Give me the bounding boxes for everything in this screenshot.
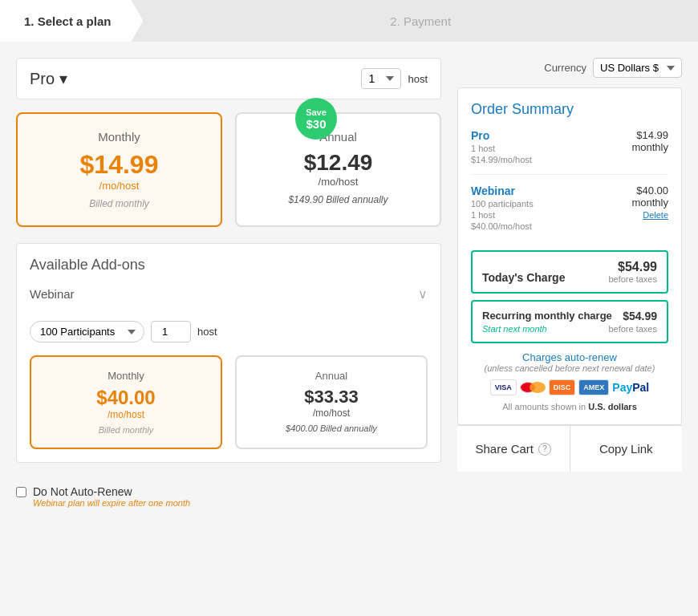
pro-item-hosts: 1 host: [471, 144, 532, 153]
plan-selector[interactable]: Pro ▾: [30, 69, 67, 88]
webinar-item-header: Webinar 100 participants 1 host $40.00/m…: [471, 184, 668, 231]
order-summary: Order Summary Pro 1 host $14.99/mo/host …: [457, 87, 682, 425]
webinar-order-item: Webinar 100 participants 1 host $40.00/m…: [471, 184, 668, 241]
recurring-note: before taxes: [608, 324, 657, 334]
monthly-plan-billed: Billed monthly: [34, 198, 205, 209]
webinar-monthly-type: Monthly: [44, 370, 208, 382]
webinar-monthly-billed: Billed monthly: [44, 425, 208, 435]
webinar-item-billing: monthly: [631, 197, 668, 209]
bottom-buttons: Share Cart ? Copy Link: [457, 425, 682, 472]
currency-row: Currency US Dollars $ EUR € GBP £: [457, 58, 682, 78]
host-selector: 1 2 5 10 host: [361, 68, 428, 89]
auto-renew-checkbox[interactable]: [16, 487, 26, 497]
amounts-note: All amounts shown in U.S. dollars: [471, 402, 668, 411]
monthly-plan-card[interactable]: Monthly $14.99 /mo/host Billed monthly: [16, 112, 222, 227]
plan-header: Pro ▾ 1 2 5 10 host: [16, 58, 441, 99]
visa-icon: VISA: [490, 379, 517, 395]
host-count-select[interactable]: 1 2 5 10: [361, 68, 401, 89]
step1-label: 1. Select a plan: [24, 14, 111, 28]
addon-host-input[interactable]: [151, 321, 191, 342]
auto-renew-labels: Do Not Auto-Renew Webinar plan will expi…: [33, 485, 190, 508]
today-charge-amount: $54.99: [608, 260, 657, 274]
pro-item-price-detail: $14.99/mo/host: [471, 155, 532, 164]
save-badge: Save $30: [295, 98, 337, 140]
webinar-annual-billed: $400.00 Billed annually: [250, 424, 413, 433]
currency-select[interactable]: US Dollars $ EUR € GBP £: [593, 58, 682, 78]
monthly-plan-unit: /mo/host: [34, 180, 205, 192]
auto-renew-main-text: Charges auto-renew: [471, 351, 668, 363]
pro-item-billing: monthly: [631, 141, 668, 153]
webinar-item-price: $40.00: [631, 184, 668, 197]
pro-item-right: $14.99 monthly: [631, 129, 668, 153]
plan-dropdown-arrow: ▾: [59, 69, 67, 88]
mastercard-icon: [520, 382, 546, 393]
step-1: 1. Select a plan: [0, 0, 143, 42]
webinar-monthly-unit: /mo/host: [44, 409, 208, 420]
auto-renew-section: Do Not Auto-Renew Webinar plan will expi…: [16, 476, 441, 517]
order-items: Pro 1 host $14.99/mo/host $14.99 monthly: [471, 129, 668, 241]
webinar-item-price-detail: $40.00/mo/host: [471, 221, 534, 231]
plan-title-text: Pro: [30, 70, 55, 88]
webinar-addon-row[interactable]: Webinar ∨: [30, 286, 428, 302]
recurring-start-next: Start next month: [482, 324, 547, 334]
payment-icons: VISA DISC AMEX PayPal: [471, 379, 668, 395]
auto-renew-label: Do Not Auto-Renew: [33, 485, 190, 498]
recurring-sub: Start next month before taxes: [482, 324, 657, 334]
addon-cards-container: Monthly $40.00 /mo/host Billed monthly A…: [30, 355, 428, 449]
webinar-item-hosts: 1 host: [471, 210, 534, 220]
webinar-chevron-icon: ∨: [418, 286, 428, 302]
paypal-icon: PayPal: [612, 381, 649, 394]
discover-icon: DISC: [549, 379, 576, 395]
webinar-monthly-card[interactable]: Monthly $40.00 /mo/host Billed monthly: [30, 355, 222, 449]
addon-selectors: 100 Participants 500 Participants 1000 P…: [30, 321, 428, 342]
addons-title: Available Add-ons: [30, 257, 428, 274]
pro-item-left: Pro 1 host $14.99/mo/host: [471, 129, 532, 164]
auto-renew-note: Charges auto-renew (unless cancelled bef…: [471, 351, 668, 373]
pro-item-name: Pro: [471, 129, 532, 142]
recurring-charge-label: Recurring monthly charge: [482, 310, 612, 322]
step2-label: 2. Payment: [390, 14, 451, 28]
recurring-header: Recurring monthly charge $54.99: [482, 310, 657, 322]
mastercard-right-icon: [530, 382, 546, 393]
webinar-item-left: Webinar 100 participants 1 host $40.00/m…: [471, 184, 534, 231]
webinar-item-participants: 100 participants: [471, 199, 534, 209]
participants-select[interactable]: 100 Participants 500 Participants 1000 P…: [30, 321, 144, 342]
share-cart-label: Share Cart: [475, 442, 534, 456]
left-panel: Pro ▾ 1 2 5 10 host Save $30 Monthly: [16, 58, 441, 517]
auto-renew-sublabel: Webinar plan will expire after one month: [33, 498, 190, 508]
addons-section: Available Add-ons Webinar ∨ 100 Particip…: [16, 243, 441, 463]
webinar-annual-price: $33.33: [250, 387, 413, 407]
recurring-charge-amount: $54.99: [623, 310, 657, 322]
today-charge-box: Today's Charge $54.99 before taxes: [471, 250, 668, 294]
annual-plan-type: Annual: [253, 130, 424, 144]
today-charge-label: Today's Charge: [482, 271, 565, 284]
copy-link-button[interactable]: Copy Link: [570, 426, 683, 472]
annual-plan-card[interactable]: Annual $12.49 /mo/host $149.90 Billed an…: [235, 112, 441, 227]
webinar-addon-name: Webinar: [30, 287, 75, 301]
webinar-annual-unit: /mo/host: [250, 407, 413, 419]
annual-plan-price: $12.49: [253, 150, 424, 176]
order-summary-title: Order Summary: [471, 101, 668, 118]
webinar-addon-config: 100 Participants 500 Participants 1000 P…: [30, 311, 428, 449]
webinar-monthly-price: $40.00: [44, 387, 208, 409]
pro-order-item: Pro 1 host $14.99/mo/host $14.99 monthly: [471, 129, 668, 175]
webinar-delete-link[interactable]: Delete: [631, 210, 668, 220]
addon-host-label: host: [197, 326, 217, 338]
annual-plan-billed: $149.90 Billed annually: [253, 194, 424, 205]
webinar-item-right: $40.00 monthly Delete: [631, 184, 668, 220]
webinar-annual-type: Annual: [250, 370, 413, 382]
amex-icon: AMEX: [578, 379, 609, 395]
save-label: Save: [306, 107, 327, 117]
step-2: 2. Payment: [143, 0, 698, 42]
monthly-plan-price: $14.99: [34, 150, 205, 180]
monthly-plan-type: Monthly: [34, 130, 205, 144]
save-amount: $30: [306, 117, 326, 131]
today-charge-amount-group: $54.99 before taxes: [608, 260, 657, 284]
pro-item-header: Pro 1 host $14.99/mo/host $14.99 monthly: [471, 129, 668, 164]
today-charge-note: before taxes: [608, 274, 657, 284]
recurring-charge-box: Recurring monthly charge $54.99 Start ne…: [471, 300, 668, 343]
currency-label: Currency: [544, 62, 586, 74]
share-cart-button[interactable]: Share Cart ?: [457, 426, 570, 472]
copy-link-label: Copy Link: [599, 442, 653, 456]
webinar-annual-card[interactable]: Annual $33.33 /mo/host $400.00 Billed an…: [235, 355, 428, 449]
